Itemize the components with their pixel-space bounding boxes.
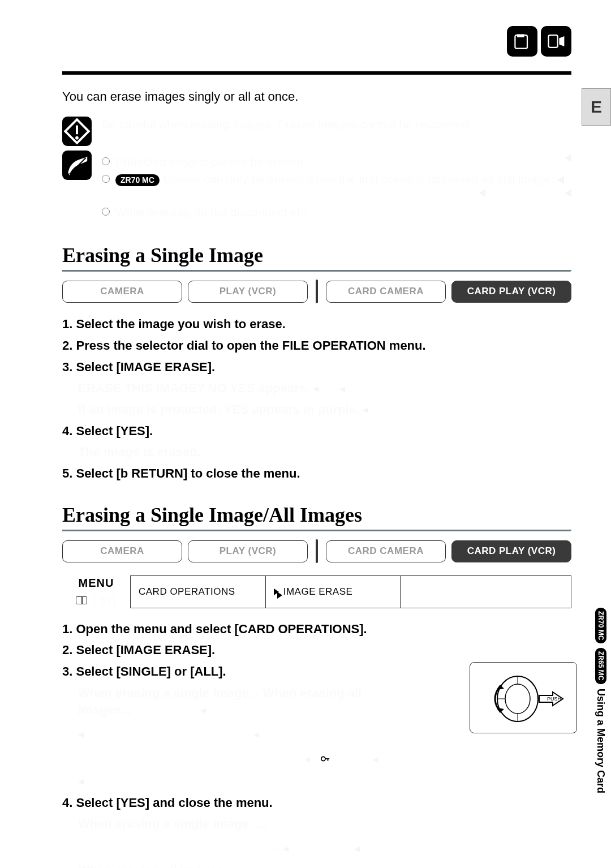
note-bullet-3: While erasing, do not disconnect etc. [102, 204, 571, 220]
note-bullet-1: Protected images cannot be erased. [102, 154, 571, 170]
s2-step3-sub-a: When erasing a single image... When eras… [78, 685, 402, 718]
mode-card-camera: CARD CAMERA [326, 281, 446, 303]
menu-cell-1: CARD OPERATIONS [130, 575, 266, 608]
top-icon-bar [507, 26, 571, 57]
mode-card-play-vcr: CARD PLAY (VCR) [451, 281, 571, 303]
card-icon [507, 26, 537, 57]
play-triangle-icon [274, 588, 279, 595]
s2-step3: 3. Select [SINGLE] or [ALL]. [62, 663, 402, 680]
svg-point-11 [505, 684, 530, 714]
key-icon [320, 751, 330, 768]
s2-step4-sub-c: When erasing all images: ... [78, 862, 402, 868]
s2-step2: 2. Select [IMAGE ERASE]. [62, 642, 402, 659]
s1-step4-sub: The image is erased. [78, 444, 571, 461]
notes-row: Protected images cannot be erased. ZR70 … [62, 151, 571, 222]
svg-point-5 [75, 136, 79, 140]
mode-card-play-vcr-2: CARD PLAY (VCR) [451, 540, 571, 562]
s1-step1: 1. Select the image you wish to erase. [62, 316, 571, 333]
menu-label: MENU [79, 575, 114, 591]
section1-heading: Erasing a Single Image [62, 242, 571, 272]
dial-illustration-box: PUSH [470, 662, 577, 733]
note-bullet-2: ZR70 MC Movies can only be erased when t… [102, 171, 571, 187]
menu-cell-2: IMAGE ERASE [266, 575, 401, 608]
s2-step4: 4. Select [YES] and close the menu. [62, 794, 402, 811]
s1-step3-sub1: ERASE THIS IMAGE? NO YES appears. [78, 380, 571, 397]
intro-text: You can erase images singly or all at on… [62, 88, 571, 105]
mode-separator-2 [316, 539, 318, 563]
book-icon [76, 596, 87, 604]
selector-dial-illustration: PUSH [478, 671, 569, 727]
section1-steps: 1. Select the image you wish to erase. 2… [62, 316, 571, 482]
svg-rect-1 [517, 34, 524, 37]
notes-icon [62, 151, 92, 180]
s1-step5: 5. Select [b RETURN] to close the menu. [62, 465, 571, 482]
s1-step3: 3. Select [IMAGE ERASE]. [62, 359, 571, 376]
card-play-icon [541, 26, 571, 57]
warning-icon [62, 117, 92, 146]
menu-icon-box: MENU ( 37) [62, 575, 130, 608]
side-section-tab: ZR70 MC ZR65 MC Using a Memory Card [591, 600, 611, 801]
section2-heading: Erasing a Single Image/All Images [62, 501, 571, 532]
warning-body: Be careful when erasing images. Erased i… [102, 117, 571, 132]
menu-page-ref: ( 37) [92, 592, 116, 608]
s2-step4-sub-b: → [78, 837, 402, 857]
side-badge-zr70: ZR70 MC [595, 608, 606, 643]
mode-camera-2: CAMERA [62, 540, 182, 562]
mode-separator [316, 280, 318, 303]
model-badge-zr70: ZR70 MC [115, 174, 160, 186]
s2-step4-sub-a: When erasing a single image: ... [78, 815, 402, 832]
s1-step4: 4. Select [YES]. [62, 423, 571, 440]
svg-rect-2 [549, 35, 558, 48]
menu-path-row: MENU ( 37) CARD OPERATIONS IMAGE ERASE [62, 575, 571, 608]
menu-cell-2-label: IMAGE ERASE [283, 586, 353, 599]
mode-play-vcr-2: PLAY (VCR) [188, 540, 308, 562]
section2-steps: 1. Open the menu and select [CARD OPERAT… [62, 621, 402, 868]
notes-body: Protected images cannot be erased. ZR70 … [102, 151, 571, 222]
s1-step3-sub2: If an image is protected, YES appears in… [78, 401, 571, 418]
side-badge-zr65: ZR65 MC [595, 648, 606, 684]
s2-step3-sub-c [78, 747, 402, 768]
s2-step3-sub-b [78, 723, 402, 743]
mode-camera: CAMERA [62, 281, 182, 303]
warning-text: Be careful when erasing images. Erased i… [102, 117, 571, 132]
svg-text:PUSH: PUSH [547, 696, 561, 702]
warning-row: Be careful when erasing images. Erased i… [62, 117, 571, 146]
language-tab: E [582, 88, 611, 126]
section2-mode-row: CAMERA PLAY (VCR) CARD CAMERA CARD PLAY … [62, 539, 571, 563]
mode-card-camera-2: CARD CAMERA [326, 540, 446, 562]
s2-step1: 1. Open the menu and select [CARD OPERAT… [62, 621, 402, 638]
section1-mode-row: CAMERA PLAY (VCR) CARD CAMERA CARD PLAY … [62, 280, 571, 303]
note-bullet-2b [102, 189, 571, 203]
menu-cell-3 [401, 575, 571, 608]
side-section-label: Using a Memory Card [594, 689, 608, 793]
s2-step3-sub-d [78, 773, 402, 790]
mode-play-vcr: PLAY (VCR) [188, 281, 308, 303]
top-rule [62, 71, 571, 75]
s1-step2: 2. Press the selector dial to open the F… [62, 337, 571, 354]
menu-cell-1-label: CARD OPERATIONS [139, 586, 235, 599]
svg-point-7 [321, 757, 325, 761]
